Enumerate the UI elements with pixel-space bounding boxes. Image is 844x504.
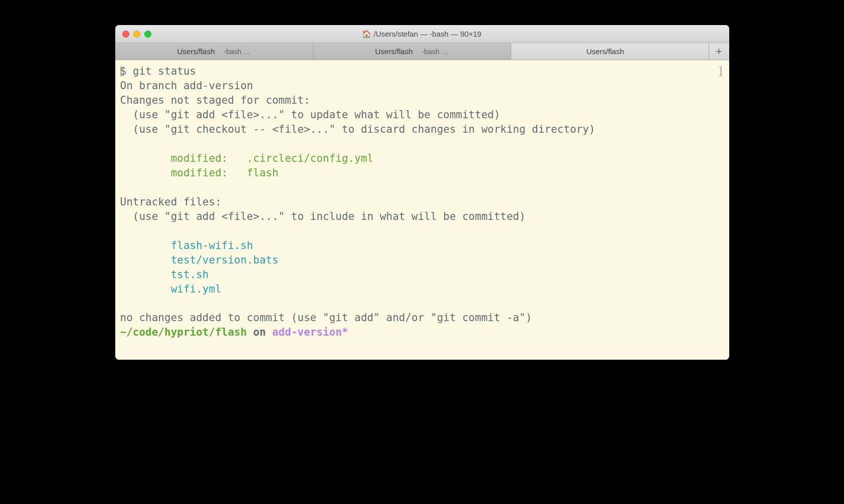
- tab-subtitle: -bash …: [422, 48, 449, 56]
- output-untracked-2: test/version.bats: [120, 254, 279, 266]
- output-hint-add: (use "git add <file>..." to update what …: [120, 109, 501, 121]
- output-untracked-1: flash-wifi.sh: [120, 239, 254, 251]
- bracket-left: [: [118, 64, 125, 79]
- output-untracked-4: wifi.yml: [120, 283, 222, 295]
- tab-title: Users/flash: [177, 47, 215, 56]
- output-branch: On branch add-version: [120, 80, 254, 92]
- output-untracked-3: tst.sh: [120, 269, 209, 281]
- tab-3[interactable]: Users/flash: [511, 43, 709, 60]
- terminal-content[interactable]: []$ git status On branch add-version Cha…: [115, 60, 729, 360]
- titlebar[interactable]: 🏠 /Users/stefan — -bash — 90×19: [115, 25, 729, 43]
- window-title-text: /Users/stefan — -bash — 90×19: [374, 30, 482, 38]
- terminal-window: 🏠 /Users/stefan — -bash — 90×19 Users/fl…: [115, 25, 729, 360]
- tab-subtitle: -bash …: [224, 48, 251, 56]
- ps1-path: ~/code/hypriot/flash: [120, 326, 247, 338]
- tab-1[interactable]: Users/flash -bash …: [115, 43, 313, 60]
- minimize-button[interactable]: [133, 31, 140, 38]
- output-modified-2: modified: flash: [120, 167, 279, 179]
- output-untracked: Untracked files:: [120, 196, 222, 208]
- tab-2[interactable]: Users/flash -bash …: [313, 43, 511, 60]
- ps1-dirty: *: [342, 326, 348, 338]
- output-no-changes: no changes added to commit (use "git add…: [120, 312, 532, 324]
- new-tab-button[interactable]: +: [709, 43, 729, 60]
- bracket-right: ]: [718, 64, 724, 79]
- output-hint-checkout: (use "git checkout -- <file>..." to disc…: [120, 123, 595, 135]
- tab-title: Users/flash: [586, 47, 624, 56]
- home-icon: 🏠: [363, 30, 371, 38]
- maximize-button[interactable]: [144, 31, 151, 38]
- traffic-lights: [115, 31, 151, 38]
- command-text: git status: [133, 65, 196, 77]
- plus-icon: +: [716, 45, 722, 58]
- output-hint-untracked: (use "git add <file>..." to include in w…: [120, 210, 526, 222]
- ps1-branch: add-version: [272, 326, 342, 338]
- tab-title: Users/flash: [375, 47, 413, 56]
- ps1-on: on: [247, 326, 272, 338]
- tab-bar: Users/flash -bash … Users/flash -bash … …: [115, 43, 729, 60]
- output-not-staged: Changes not staged for commit:: [120, 94, 310, 106]
- output-modified-1: modified: .circleci/config.yml: [120, 152, 374, 164]
- close-button[interactable]: [122, 31, 129, 38]
- window-title: 🏠 /Users/stefan — -bash — 90×19: [363, 30, 482, 38]
